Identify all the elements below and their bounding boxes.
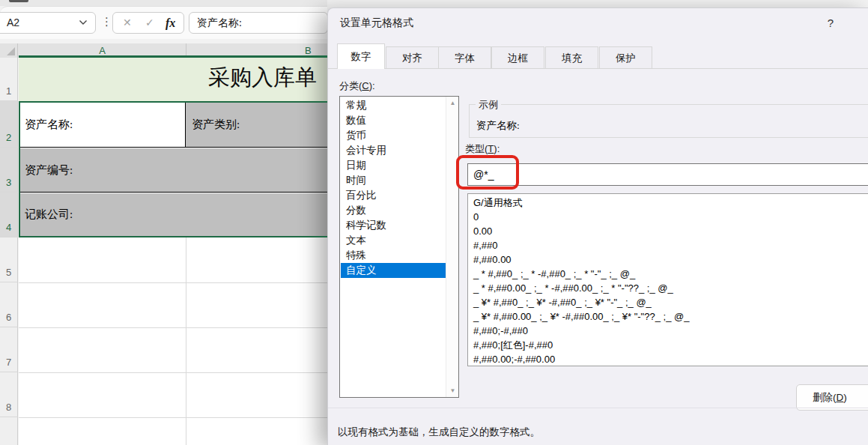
row-header-5[interactable]: 5 [0, 237, 18, 282]
sample-value: 资产名称: [476, 119, 520, 133]
row-header-4[interactable]: 4 [0, 193, 18, 237]
selected-columns-accent [19, 55, 327, 58]
category-item-special[interactable]: 特殊 [341, 248, 446, 263]
formula-bar-content: 资产名称: [197, 13, 242, 33]
gridline [19, 417, 327, 418]
type-option[interactable]: #,##0;-#,##0 [469, 324, 866, 338]
category-item-number[interactable]: 数值 [341, 113, 446, 128]
category-item-text[interactable]: 文本 [341, 233, 446, 248]
cancel-icon[interactable]: ✕ [123, 13, 132, 33]
scroll-down-icon[interactable]: ▼ [446, 387, 459, 394]
scroll-up-icon[interactable]: ▲ [446, 100, 459, 106]
gridline [19, 282, 327, 283]
top-strip [0, 0, 327, 6]
gridline [186, 237, 186, 445]
cell-b2[interactable]: 资产类别: [186, 103, 327, 148]
type-input[interactable]: @*_ [467, 163, 868, 186]
row-header-9[interactable] [0, 417, 18, 445]
type-option[interactable]: #,##0;[红色]-#,##0 [469, 338, 866, 352]
name-box-value: A2 [7, 13, 19, 33]
row-header-1[interactable]: 1 [0, 58, 18, 101]
cell-a1-title[interactable]: 采购入库单 [19, 58, 327, 101]
tab-number[interactable]: 数字 [337, 43, 385, 69]
type-option[interactable]: #,##0 [469, 238, 866, 252]
select-all-corner[interactable] [0, 43, 18, 58]
category-item-general[interactable]: 常规 [341, 98, 446, 113]
category-item-fraction[interactable]: 分数 [341, 203, 446, 218]
sample-groupbox: 示例 资产名称: [469, 104, 868, 138]
row-header-8[interactable]: 8 [0, 372, 18, 417]
chevron-down-icon[interactable] [79, 19, 88, 25]
type-label: 类型(T): [465, 142, 500, 156]
cell-a3[interactable]: 资产编号: [19, 148, 327, 193]
select-all-triangle-icon [7, 47, 15, 55]
type-option[interactable]: _ ¥* #,##0_ ;_ ¥* -#,##0_ ;_ ¥* "-"_ ;_ … [469, 295, 866, 309]
category-item-accounting[interactable]: 会计专用 [341, 143, 446, 158]
category-listbox: 常规 数值 货币 会计专用 日期 时间 百分比 分数 科学记数 文本 特殊 自定… [339, 96, 459, 398]
gridline [19, 327, 327, 328]
type-option[interactable]: #,##0.00;-#,##0.00 [469, 352, 866, 366]
row-header-7[interactable]: 7 [0, 327, 18, 372]
toolbar-remnant [9, 0, 28, 2]
category-item-custom-selected[interactable]: 自定义 [341, 263, 446, 278]
help-icon[interactable]: ? [822, 15, 839, 31]
type-option[interactable]: #,##0.00 [469, 252, 866, 267]
formula-bar-input[interactable]: 资产名称: [189, 12, 328, 34]
type-option[interactable]: _ * #,##0_ ;_ * -#,##0_ ;_ * "-"_ ;_ @_ [469, 267, 866, 281]
name-box[interactable]: A2 [0, 12, 96, 34]
category-item-currency[interactable]: 货币 [341, 128, 446, 143]
tab-border[interactable]: 边框 [491, 46, 544, 69]
dialog-title: 设置单元格格式 [340, 16, 413, 30]
tab-fill[interactable]: 填充 [545, 46, 598, 69]
footer-description: 以现有格式为基础，生成自定义的数字格式。 [338, 426, 540, 439]
tab-font[interactable]: 字体 [438, 46, 491, 69]
row-header-3[interactable]: 3 [0, 148, 18, 193]
confirm-icon[interactable]: ✓ [145, 13, 154, 33]
cell-a4[interactable]: 记账公司: [19, 193, 327, 236]
type-option[interactable]: 0.00 [469, 224, 866, 238]
row-header-2[interactable]: 2 [0, 101, 18, 148]
type-input-value: @*_ [473, 164, 494, 185]
category-item-scientific[interactable]: 科学记数 [341, 218, 446, 233]
category-scrollbar[interactable]: ▲ ▼ [446, 97, 458, 397]
delete-button[interactable]: 删除(D) [796, 384, 868, 411]
category-item-time[interactable]: 时间 [341, 173, 446, 188]
formula-actions: ✕ ✓ fx [112, 12, 184, 34]
app-window: A2 ⋮ ✕ ✓ fx 资产名称: A B 1 2 3 4 5 6 7 8 采购… [0, 0, 868, 445]
cell-a2-active[interactable]: 资产名称: [19, 103, 186, 148]
type-options-list: G/通用格式 0 0.00 #,##0 #,##0.00 _ * #,##0_ … [467, 193, 868, 366]
footer-divider [328, 408, 868, 408]
format-cells-dialog: 设置单元格格式 ? 数字 对齐 字体 边框 填充 保护 分类(C): 常规 数值… [327, 7, 868, 445]
sample-label: 示例 [476, 98, 501, 112]
more-handle-icon[interactable]: ⋮ [101, 15, 112, 28]
type-option[interactable]: G/通用格式 [469, 196, 866, 210]
type-option[interactable]: _ ¥* #,##0.00_ ;_ ¥* -#,##0.00_ ;_ ¥* "-… [469, 309, 866, 324]
category-item-percentage[interactable]: 百分比 [341, 188, 446, 203]
row-header-6[interactable]: 6 [0, 282, 18, 327]
gridline [19, 372, 327, 373]
category-item-date[interactable]: 日期 [341, 158, 446, 173]
tab-protection[interactable]: 保护 [599, 46, 652, 69]
insert-function-icon[interactable]: fx [166, 13, 175, 33]
type-option[interactable]: 0 [469, 210, 866, 224]
type-option[interactable]: _ * #,##0.00_ ;_ * -#,##0.00_ ;_ * "-"??… [469, 281, 866, 295]
category-label: 分类(C): [339, 79, 375, 93]
tab-alignment[interactable]: 对齐 [386, 46, 439, 69]
